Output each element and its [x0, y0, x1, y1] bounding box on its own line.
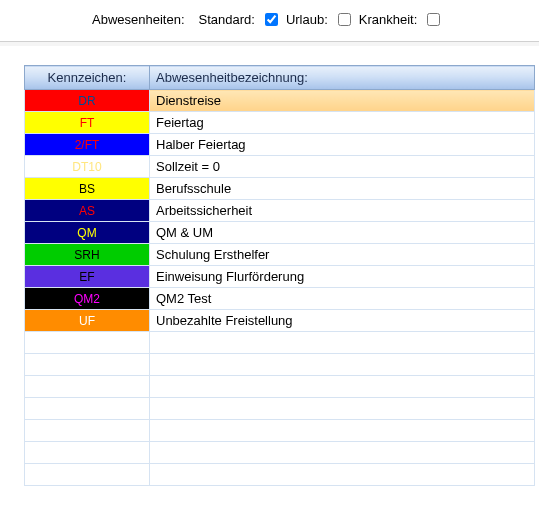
table-row[interactable]: ASArbeitssicherheit	[25, 200, 535, 222]
table-row[interactable]: QM2QM2 Test	[25, 288, 535, 310]
table-row[interactable]	[25, 332, 535, 354]
filter-title: Abwesenheiten:	[92, 12, 185, 27]
table-row[interactable]	[25, 420, 535, 442]
table-row[interactable]	[25, 354, 535, 376]
cell-kennzeichen[interactable]	[25, 398, 150, 420]
filter-row: Abwesenheiten: Standard: Urlaub: Krankhe…	[0, 12, 539, 27]
table-row[interactable]: DT10Sollzeit = 0	[25, 156, 535, 178]
cell-kennzeichen[interactable]	[25, 464, 150, 486]
cell-kennzeichen[interactable]: BS	[25, 178, 150, 200]
standard-checkbox[interactable]	[265, 13, 278, 26]
urlaub-label: Urlaub:	[286, 12, 328, 27]
urlaub-checkbox[interactable]	[338, 13, 351, 26]
table-row[interactable]	[25, 376, 535, 398]
cell-bezeichnung[interactable]: Einweisung Flurförderung	[150, 266, 535, 288]
cell-bezeichnung[interactable]	[150, 332, 535, 354]
table-row[interactable]	[25, 442, 535, 464]
cell-kennzeichen[interactable]	[25, 354, 150, 376]
cell-kennzeichen[interactable]: UF	[25, 310, 150, 332]
cell-bezeichnung[interactable]	[150, 464, 535, 486]
cell-bezeichnung[interactable]: QM2 Test	[150, 288, 535, 310]
table-header-row: Kennzeichen: Abwesenheitbezeichnung:	[25, 66, 535, 90]
grid-area: Kennzeichen: Abwesenheitbezeichnung: DRD…	[0, 47, 539, 486]
standard-label: Standard:	[199, 12, 255, 27]
table-row[interactable]: UFUnbezahlte Freistellung	[25, 310, 535, 332]
cell-bezeichnung[interactable]: Unbezahlte Freistellung	[150, 310, 535, 332]
cell-kennzeichen[interactable]: DT10	[25, 156, 150, 178]
cell-bezeichnung[interactable]	[150, 420, 535, 442]
cell-bezeichnung[interactable]: Arbeitssicherheit	[150, 200, 535, 222]
cell-kennzeichen[interactable]: SRH	[25, 244, 150, 266]
cell-kennzeichen[interactable]	[25, 332, 150, 354]
cell-bezeichnung[interactable]	[150, 442, 535, 464]
cell-kennzeichen[interactable]: DR	[25, 90, 150, 112]
cell-bezeichnung[interactable]: Feiertag	[150, 112, 535, 134]
absence-table[interactable]: Kennzeichen: Abwesenheitbezeichnung: DRD…	[24, 65, 535, 486]
cell-bezeichnung[interactable]	[150, 376, 535, 398]
table-row[interactable]: QMQM & UM	[25, 222, 535, 244]
cell-kennzeichen[interactable]: QM	[25, 222, 150, 244]
krankheit-label: Krankheit:	[359, 12, 418, 27]
col-header-bezeichnung[interactable]: Abwesenheitbezeichnung:	[150, 66, 535, 90]
col-header-kennzeichen[interactable]: Kennzeichen:	[25, 66, 150, 90]
table-row[interactable]: DRDienstreise	[25, 90, 535, 112]
cell-kennzeichen[interactable]: QM2	[25, 288, 150, 310]
cell-kennzeichen[interactable]: EF	[25, 266, 150, 288]
table-row[interactable]	[25, 464, 535, 486]
table-row[interactable]: SRHSchulung Ersthelfer	[25, 244, 535, 266]
cell-kennzeichen[interactable]: AS	[25, 200, 150, 222]
cell-bezeichnung[interactable]: Dienstreise	[150, 90, 535, 112]
krankheit-checkbox[interactable]	[427, 13, 440, 26]
table-row[interactable]	[25, 398, 535, 420]
cell-bezeichnung[interactable]: Sollzeit = 0	[150, 156, 535, 178]
cell-kennzeichen[interactable]: FT	[25, 112, 150, 134]
cell-bezeichnung[interactable]	[150, 398, 535, 420]
cell-bezeichnung[interactable]: Halber Feiertag	[150, 134, 535, 156]
cell-kennzeichen[interactable]	[25, 376, 150, 398]
cell-kennzeichen[interactable]	[25, 420, 150, 442]
table-row[interactable]: FTFeiertag	[25, 112, 535, 134]
cell-bezeichnung[interactable]: Berufsschule	[150, 178, 535, 200]
table-row[interactable]: 2/FTHalber Feiertag	[25, 134, 535, 156]
table-row[interactable]: BSBerufsschule	[25, 178, 535, 200]
cell-kennzeichen[interactable]	[25, 442, 150, 464]
cell-bezeichnung[interactable]: Schulung Ersthelfer	[150, 244, 535, 266]
cell-bezeichnung[interactable]	[150, 354, 535, 376]
cell-kennzeichen[interactable]: 2/FT	[25, 134, 150, 156]
cell-bezeichnung[interactable]: QM & UM	[150, 222, 535, 244]
filter-panel: Abwesenheiten: Standard: Urlaub: Krankhe…	[0, 0, 539, 41]
table-row[interactable]: EFEinweisung Flurförderung	[25, 266, 535, 288]
